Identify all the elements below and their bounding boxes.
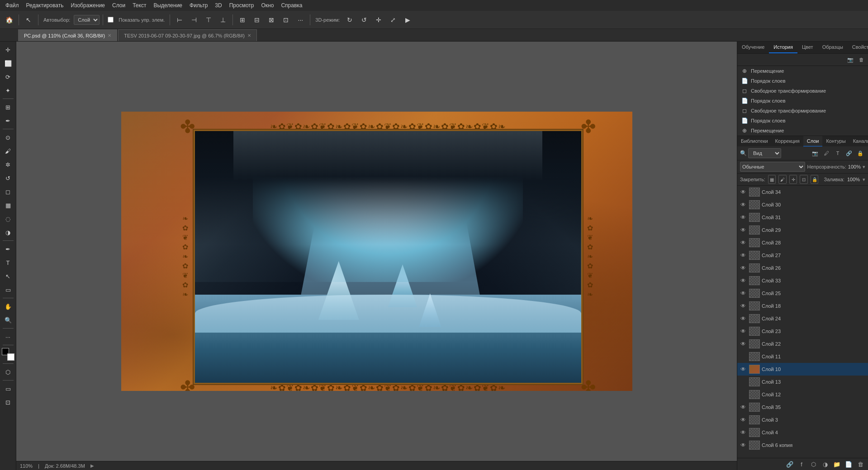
lock-pixels-btn[interactable]: 🖌: [778, 175, 787, 184]
distribute-btn1[interactable]: ⊞: [236, 14, 249, 26]
layer-row-28[interactable]: 👁 Слой 28: [737, 236, 868, 249]
layer-vis-28[interactable]: 👁: [739, 239, 747, 247]
layers-export-btn[interactable]: 🖊: [821, 148, 831, 158]
layer-row-27[interactable]: 👁 Слой 27: [737, 249, 868, 262]
layer-row-18[interactable]: 👁 Слой 18: [737, 300, 868, 312]
layers-move-up-btn[interactable]: T: [833, 148, 843, 158]
layer-vis-24[interactable]: 👁: [739, 315, 747, 323]
tab-pc-psd-close[interactable]: ✕: [108, 33, 111, 38]
blend-mode-select[interactable]: Обычные: [740, 162, 805, 172]
history-item-4[interactable]: ◻ Свободное трансформирование: [737, 106, 868, 116]
mode3d-btn5[interactable]: ▶: [401, 14, 414, 26]
mask-btn[interactable]: ⬡: [808, 460, 818, 469]
shape-tool[interactable]: ▭: [2, 283, 14, 296]
menu-image[interactable]: Изображение: [67, 1, 109, 9]
screen-mode-btn[interactable]: ▭: [2, 382, 14, 395]
layer-row-30[interactable]: 👁 Слой 30: [737, 198, 868, 211]
delete-layer-btn[interactable]: 🗑: [855, 460, 865, 469]
panel-camera-btn[interactable]: 📷: [845, 55, 855, 65]
layer-vis-4[interactable]: 👁: [739, 428, 747, 437]
panel-trash-btn[interactable]: 🗑: [856, 55, 866, 65]
magic-wand-tool[interactable]: ✦: [2, 84, 14, 97]
layers-tab-kontury[interactable]: Контуры: [822, 136, 849, 146]
layer-vis-27[interactable]: 👁: [739, 251, 747, 259]
layer-row-12[interactable]: 👁 Слой 12: [737, 388, 868, 401]
align-center-btn[interactable]: ⊣: [188, 14, 200, 26]
distribute-btn2[interactable]: ⊟: [251, 14, 263, 26]
path-select-tool[interactable]: ↖: [2, 270, 14, 282]
history-item-0[interactable]: ⊕ Перемещение: [737, 66, 868, 76]
layers-link-btn[interactable]: 🔗: [844, 148, 854, 158]
text-tool[interactable]: T: [2, 256, 14, 269]
align-right-btn[interactable]: ⊤: [202, 14, 215, 26]
layer-vis-3[interactable]: 👁: [739, 416, 747, 424]
layer-row-23[interactable]: 👁 Слой 23: [737, 325, 868, 338]
dodge-tool[interactable]: ◑: [2, 226, 14, 239]
group-btn[interactable]: 📁: [832, 460, 842, 469]
mode3d-btn4[interactable]: ⤢: [387, 14, 399, 26]
tab-obrazcy[interactable]: Образцы: [818, 42, 848, 53]
gradient-tool[interactable]: ▦: [2, 199, 14, 212]
layers-tab-biblioteki[interactable]: Библиотеки: [737, 136, 772, 146]
lock-position-btn[interactable]: ✛: [789, 175, 797, 184]
layer-row-26[interactable]: 👁 Слой 26: [737, 262, 868, 274]
layer-vis-11[interactable]: 👁: [739, 352, 747, 361]
pen-tool[interactable]: ✒: [2, 243, 14, 255]
layer-row-13[interactable]: 👁 Слой 13: [737, 376, 868, 388]
tab-istoriya[interactable]: История: [769, 42, 797, 53]
distribute-btn4[interactable]: ⊡: [280, 14, 292, 26]
status-arrow[interactable]: ▶: [90, 463, 94, 468]
layer-vis-13[interactable]: 👁: [739, 378, 747, 386]
spot-heal-tool[interactable]: ⊙: [2, 131, 14, 144]
tab-cvet[interactable]: Цвет: [797, 42, 818, 53]
lock-artboard-btn[interactable]: ⊡: [800, 175, 808, 184]
layer-row-33[interactable]: 👁 Слой 33: [737, 274, 868, 287]
align-more-btn[interactable]: ⊥: [217, 14, 229, 26]
menu-layers[interactable]: Слои: [109, 1, 129, 9]
layers-lock-btn[interactable]: 🔒: [855, 148, 865, 158]
layer-vis-18[interactable]: 👁: [739, 302, 747, 310]
tab-pc-psd[interactable]: PC.psd @ 110% (Слой 36, RGB/8#) ✕: [18, 29, 117, 41]
quick-mask-btn[interactable]: ⬡: [2, 366, 14, 378]
background-color[interactable]: [7, 353, 14, 361]
layer-vis-25[interactable]: 👁: [739, 289, 747, 297]
layers-tab-kanaly[interactable]: Каналы: [849, 136, 868, 146]
distribute-btn3[interactable]: ⊠: [265, 14, 278, 26]
align-left-btn[interactable]: ⊢: [173, 14, 186, 26]
tab-tesv-jpg-close[interactable]: ✕: [247, 33, 251, 38]
mode3d-btn3[interactable]: ✛: [372, 14, 385, 26]
menu-text[interactable]: Текст: [129, 1, 150, 9]
more-tools-btn[interactable]: ···: [2, 330, 14, 343]
layer-vis-10[interactable]: 👁: [739, 365, 747, 373]
layer-row-4[interactable]: 👁 Слой 4: [737, 426, 868, 439]
mode3d-btn2[interactable]: ↺: [358, 14, 370, 26]
layer-row-11[interactable]: 👁 Слой 11: [737, 350, 868, 363]
crop-tool[interactable]: ⊞: [2, 101, 14, 113]
layer-row-25[interactable]: 👁 Слой 25: [737, 287, 868, 300]
layer-row-29[interactable]: 👁 Слой 29: [737, 224, 868, 236]
artboard-btn[interactable]: ⊡: [2, 396, 14, 409]
fill-chevron[interactable]: ▾: [863, 177, 865, 183]
hand-tool[interactable]: ✋: [2, 300, 14, 313]
menu-file[interactable]: Файл: [2, 1, 23, 9]
history-item-5[interactable]: 📄 Порядок слоев: [737, 116, 868, 126]
layers-filter-select[interactable]: Вид: [748, 148, 781, 158]
layers-tab-korrekciya[interactable]: Коррекция: [772, 136, 803, 146]
history-item-6[interactable]: ⊕ Перемещение: [737, 126, 868, 136]
opacity-chevron[interactable]: ▾: [863, 164, 865, 170]
mode3d-btn1[interactable]: ↻: [343, 14, 356, 26]
menu-filter[interactable]: Фильтр: [186, 1, 211, 9]
layer-vis-23[interactable]: 👁: [739, 327, 747, 335]
history-brush-tool[interactable]: ↺: [2, 172, 14, 184]
lock-all-btn[interactable]: 🔒: [811, 175, 819, 184]
layer-row-31[interactable]: 👁 Слой 31: [737, 211, 868, 224]
layer-vis-26[interactable]: 👁: [739, 264, 747, 272]
tab-svoistva[interactable]: Свойства: [848, 42, 868, 53]
layer-vis-30[interactable]: 👁: [739, 201, 747, 209]
selection-tool[interactable]: ⬜: [2, 57, 14, 70]
move-tool-options[interactable]: ↖: [22, 14, 35, 26]
menu-view[interactable]: Просмотр: [226, 1, 258, 9]
history-item-3[interactable]: 📄 Порядок слоев: [737, 96, 868, 106]
layer-vis-35[interactable]: 👁: [739, 403, 747, 411]
more-options-btn[interactable]: ···: [294, 14, 307, 26]
